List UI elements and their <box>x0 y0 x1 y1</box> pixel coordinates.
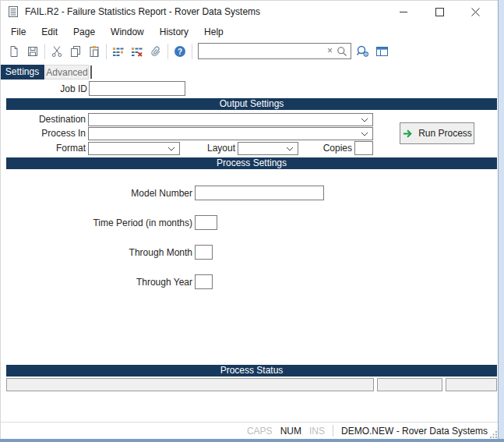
chevron-down-icon <box>361 132 372 136</box>
toolbar-separator <box>44 44 45 59</box>
through-year-label: Through Year <box>78 275 192 289</box>
tab-settings[interactable]: Settings <box>0 65 44 80</box>
window-controls <box>386 0 493 23</box>
time-period-label: Time Period (in months) <box>47 216 192 230</box>
run-process-label: Run Process <box>418 128 472 139</box>
toolbar: ? × <box>0 41 503 62</box>
toolbar-separator <box>106 44 107 59</box>
app-document-icon <box>7 5 19 18</box>
copies-input[interactable] <box>354 141 373 155</box>
insert-rows-button[interactable] <box>109 43 128 60</box>
window-frame-bottom <box>0 439 504 442</box>
layout-select[interactable] <box>238 142 298 155</box>
job-id-label: Job ID <box>23 82 87 96</box>
chevron-down-icon <box>286 147 298 151</box>
menu-help[interactable]: Help <box>196 23 231 41</box>
svg-text:?: ? <box>178 47 182 55</box>
toolbar-separator <box>167 44 168 59</box>
chevron-down-icon <box>167 147 179 151</box>
panel-layout-button[interactable] <box>372 43 391 60</box>
search-input[interactable] <box>199 44 324 58</box>
insert-rows-icon <box>112 45 125 58</box>
output-settings-header: Output Settings <box>6 98 497 110</box>
through-month-input[interactable] <box>195 245 213 260</box>
process-settings-header: Process Settings <box>6 157 497 169</box>
new-document-button[interactable] <box>5 43 23 60</box>
layout-label: Layout <box>195 142 235 155</box>
destination-label: Destination <box>16 113 86 126</box>
tab-advanced[interactable]: Advanced <box>45 65 89 80</box>
app-window: FAIL.R2 - Failure Statistics Report - Ro… <box>0 0 504 442</box>
num-lock-indicator: NUM <box>280 426 301 437</box>
maximize-button[interactable] <box>421 0 457 23</box>
help-icon: ? <box>174 45 186 58</box>
window-frame-left <box>0 0 1 442</box>
minimize-button[interactable] <box>386 0 421 23</box>
advanced-lookup-button[interactable] <box>354 43 372 60</box>
paste-button[interactable] <box>85 43 104 60</box>
copies-label: Copies <box>312 142 352 155</box>
tab-divider <box>90 65 92 79</box>
menu-bar: File Edit Page Window History Help <box>0 23 502 41</box>
job-id-input[interactable] <box>89 81 185 96</box>
process-status-field-3 <box>446 378 497 391</box>
maximize-icon <box>435 8 444 16</box>
model-number-label: Model Number <box>78 186 192 200</box>
through-month-label: Through Month <box>78 246 192 260</box>
window-frame-top <box>0 0 504 1</box>
help-button[interactable]: ? <box>171 43 189 60</box>
run-arrow-icon <box>402 128 414 140</box>
new-document-icon <box>8 45 20 58</box>
status-bar: CAPS NUM INS DEMO.NEW - Rover Data Syste… <box>0 423 499 439</box>
run-process-button[interactable]: Run Process <box>400 122 474 144</box>
minimize-icon <box>400 8 408 16</box>
advanced-lookup-icon <box>356 45 370 58</box>
close-button[interactable] <box>457 0 493 23</box>
window-frame-right-fill <box>499 0 504 442</box>
cut-button[interactable] <box>48 43 66 60</box>
search-icon[interactable] <box>336 46 351 57</box>
format-label: Format <box>16 142 86 155</box>
process-in-label: Process In <box>16 127 86 140</box>
insert-mode-indicator: INS <box>309 426 325 437</box>
model-number-input[interactable] <box>195 186 324 200</box>
menu-window[interactable]: Window <box>103 23 152 41</box>
copy-button[interactable] <box>66 43 85 60</box>
process-status-field-main <box>6 378 374 391</box>
process-in-select[interactable] <box>88 127 373 140</box>
window-title: FAIL.R2 - Failure Statistics Report - Ro… <box>25 0 260 23</box>
chevron-down-icon <box>361 118 372 122</box>
search-box: × <box>198 43 351 59</box>
caps-lock-indicator: CAPS <box>247 426 273 437</box>
format-select[interactable] <box>88 142 180 155</box>
save-button[interactable] <box>23 43 42 60</box>
statusbar-divider <box>333 425 333 437</box>
cut-icon <box>51 45 63 58</box>
menu-page[interactable]: Page <box>65 23 103 41</box>
delete-rows-icon <box>131 45 143 58</box>
menu-history[interactable]: History <box>152 23 196 41</box>
time-period-input[interactable] <box>195 215 217 230</box>
title-bar: FAIL.R2 - Failure Statistics Report - Ro… <box>0 0 499 23</box>
paste-icon <box>88 45 100 58</box>
destination-select[interactable] <box>88 113 373 126</box>
delete-rows-button[interactable] <box>128 43 146 60</box>
process-status-header: Process Status <box>6 365 497 377</box>
save-icon <box>26 45 39 58</box>
menu-file[interactable]: File <box>3 23 33 41</box>
menu-edit[interactable]: Edit <box>33 23 65 41</box>
panel-layout-icon <box>375 45 389 58</box>
close-icon <box>471 8 480 16</box>
clear-search-icon[interactable]: × <box>324 44 336 58</box>
toolbar-separator <box>192 44 192 59</box>
attachment-button[interactable] <box>146 43 165 60</box>
process-status-field-2 <box>377 378 442 391</box>
attachment-icon <box>150 45 162 58</box>
session-label: DEMO.NEW - Rover Data Systems <box>341 426 488 437</box>
through-year-input[interactable] <box>195 274 213 289</box>
copy-icon <box>69 45 82 58</box>
